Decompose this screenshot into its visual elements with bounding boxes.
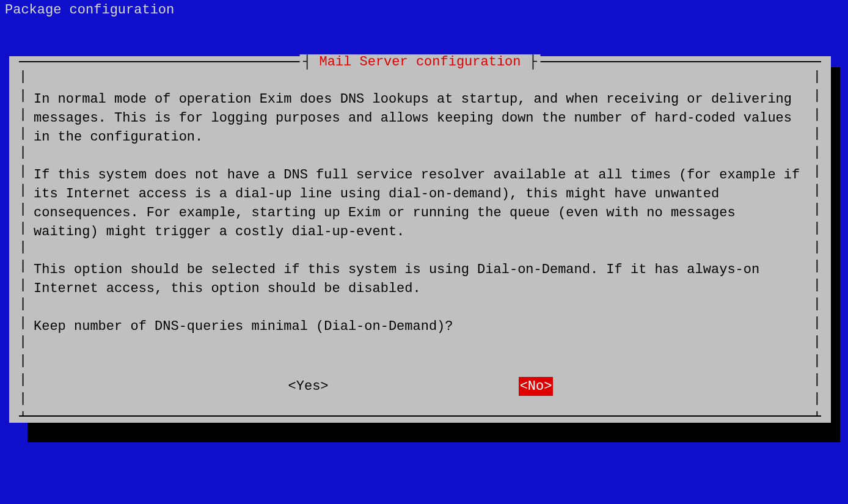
dialog: Mail Server configuration In normal mode… [9,56,831,423]
border-right [813,61,821,417]
body-question: Keep number of DNS-queries minimal (Dial… [34,317,806,336]
no-button[interactable]: <No> [519,377,554,396]
button-row: <Yes> <No> [34,377,806,396]
body-paragraph: If this system does not have a DNS full … [34,166,806,241]
dialog-title: Mail Server configuration [299,54,541,70]
dialog-body: In normal mode of operation Exim does DN… [34,90,806,398]
body-paragraph: This option should be selected if this s… [34,260,806,298]
body-paragraph: In normal mode of operation Exim does DN… [34,90,806,147]
page-title: Package configuration [0,0,848,20]
border-left [19,61,27,417]
yes-button[interactable]: <Yes> [287,377,330,396]
border-bottom [19,415,821,417]
